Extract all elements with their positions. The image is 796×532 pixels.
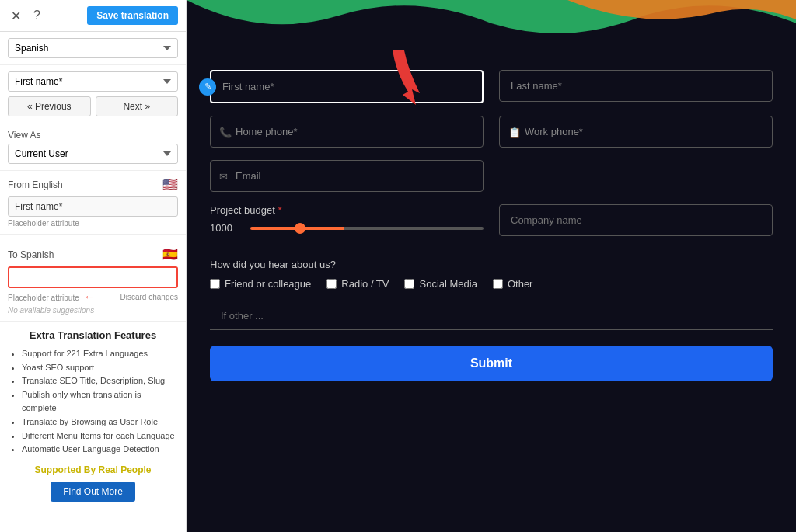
feature-item: Translate by Browsing as User Role <box>22 416 176 429</box>
radio-tv-label: Radio / TV <box>341 278 389 290</box>
from-placeholder-label: Placeholder attribute <box>8 219 178 228</box>
view-as-select[interactable]: Current User Admin Guest <box>8 144 178 164</box>
project-budget-field: Project budget * 1000 <box>210 204 484 246</box>
if-other-input[interactable] <box>210 302 773 330</box>
home-phone-input[interactable] <box>210 116 484 148</box>
feature-item: Different Menu Items for each Language <box>22 429 176 443</box>
phone-row: 📞 📋 <box>210 116 773 148</box>
slider-row: 1000 <box>210 222 484 234</box>
name-row: ✎ <box>210 70 773 103</box>
work-phone-icon: 📋 <box>508 126 521 137</box>
radio-friend[interactable]: Friend or colleague <box>210 278 311 290</box>
view-as-section: View As Current User Admin Guest <box>0 123 186 171</box>
radio-group: Friend or colleague Radio / TV Social Me… <box>210 278 773 290</box>
features-list: Support for 221 Extra Languages Yoast SE… <box>9 347 176 457</box>
checkbox-other[interactable] <box>493 279 503 289</box>
hear-about-label: How did you hear about us? <box>210 259 773 270</box>
arrow-icon: ← <box>84 290 95 303</box>
top-bar-icons: ✕ ? <box>8 7 44 25</box>
radio-tv[interactable]: Radio / TV <box>326 278 389 290</box>
last-name-input[interactable] <box>499 70 773 102</box>
to-spanish-input[interactable] <box>8 266 178 288</box>
company-name-input[interactable] <box>499 204 773 236</box>
feature-item: Translate SEO Title, Description, Slug <box>22 374 176 388</box>
to-spanish-label: To Spanish <box>8 249 54 260</box>
view-as-label: View As <box>8 130 178 141</box>
top-bar: ✕ ? Save translation <box>0 0 186 32</box>
budget-slider[interactable] <box>250 227 484 230</box>
radio-social-label: Social Media <box>419 278 477 290</box>
prev-button[interactable]: « Previous <box>8 96 91 116</box>
to-spanish-section: To Spanish 🇪🇸 Placeholder attribute ← Di… <box>0 235 186 322</box>
form-container: ✎ 📞 📋 ✉ <box>210 70 773 509</box>
feature-item: Automatic User Language Detection <box>22 443 176 457</box>
field-select[interactable]: First name* Last name* Home phone* <box>8 71 178 92</box>
from-english-label: From English <box>8 179 63 190</box>
radio-friend-label: Friend or colleague <box>225 278 311 290</box>
submit-button[interactable]: Submit <box>210 346 773 381</box>
checkbox-social[interactable] <box>404 279 414 289</box>
spanish-flag: 🇪🇸 <box>162 247 178 262</box>
hear-about-section: How did you hear about us? Friend or col… <box>210 259 773 290</box>
from-english-section: From English 🇺🇸 Placeholder attribute <box>0 171 186 235</box>
nav-buttons: « Previous Next » <box>8 96 178 116</box>
language-select[interactable]: Spanish French German <box>8 38 178 58</box>
feature-item: Support for 221 Extra Languages <box>22 347 176 361</box>
edit-badge: ✎ <box>199 78 216 96</box>
first-name-input[interactable] <box>210 70 484 103</box>
checkbox-tv[interactable] <box>326 279 337 289</box>
main-area: ✎ 📞 📋 ✉ <box>187 0 796 532</box>
email-icon: ✉ <box>219 170 228 182</box>
from-english-header: From English 🇺🇸 <box>8 177 178 192</box>
discard-link[interactable]: Discard changes <box>120 293 178 301</box>
english-flag: 🇺🇸 <box>162 177 178 192</box>
radio-social[interactable]: Social Media <box>404 278 477 290</box>
save-translation-button[interactable]: Save translation <box>87 6 178 25</box>
supported-people: Supported By Real People Find Out More <box>9 464 176 502</box>
supported-label: Supported By Real People <box>9 464 176 475</box>
checkbox-friend[interactable] <box>210 279 220 289</box>
extra-features-title: Extra Translation Features <box>9 329 176 341</box>
help-icon[interactable]: ? <box>30 7 44 25</box>
last-name-field <box>499 70 773 103</box>
to-placeholder-label: Placeholder attribute <box>8 294 79 302</box>
field-section: First name* Last name* Home phone* « Pre… <box>0 65 186 123</box>
work-phone-input[interactable] <box>499 116 773 148</box>
find-out-button[interactable]: Find Out More <box>51 482 135 502</box>
radio-other-label: Other <box>508 278 533 290</box>
left-panel: ✕ ? Save translation Spanish French Germ… <box>0 0 187 532</box>
to-spanish-header: To Spanish 🇪🇸 <box>8 247 178 262</box>
email-field: ✉ <box>210 160 484 192</box>
email-row: ✉ <box>210 160 773 192</box>
wave-decoration <box>187 0 796 54</box>
project-budget-label: Project budget * <box>210 204 484 216</box>
red-arrow <box>381 47 428 109</box>
empty-field <box>499 160 773 192</box>
placeholder-row: Placeholder attribute ← Discard changes <box>8 290 178 303</box>
no-suggestions: No available suggestions <box>8 306 178 315</box>
language-section: Spanish French German <box>0 32 186 65</box>
first-name-field: ✎ <box>210 70 484 103</box>
extra-features-section: Extra Translation Features Support for 2… <box>0 322 186 509</box>
from-english-input[interactable] <box>8 196 178 217</box>
feature-item: Yoast SEO support <box>22 361 176 375</box>
phone-icon: 📞 <box>219 126 232 137</box>
radio-other[interactable]: Other <box>493 278 533 290</box>
company-name-field <box>499 204 773 246</box>
feature-item: Publish only when translation is complet… <box>22 388 176 416</box>
work-phone-field: 📋 <box>499 116 773 148</box>
home-phone-field: 📞 <box>210 116 484 148</box>
required-star: * <box>278 204 281 216</box>
budget-row: Project budget * 1000 <box>210 204 773 246</box>
next-button[interactable]: Next » <box>96 96 179 116</box>
budget-value: 1000 <box>210 222 241 234</box>
close-icon[interactable]: ✕ <box>8 7 24 25</box>
email-input[interactable] <box>210 160 484 192</box>
